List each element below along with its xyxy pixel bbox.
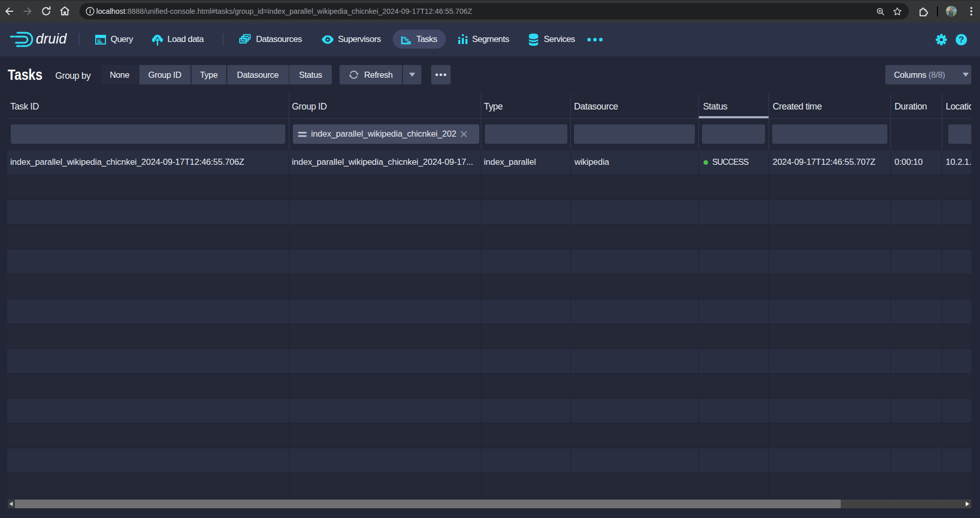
svg-text:?: ? [958, 35, 964, 45]
